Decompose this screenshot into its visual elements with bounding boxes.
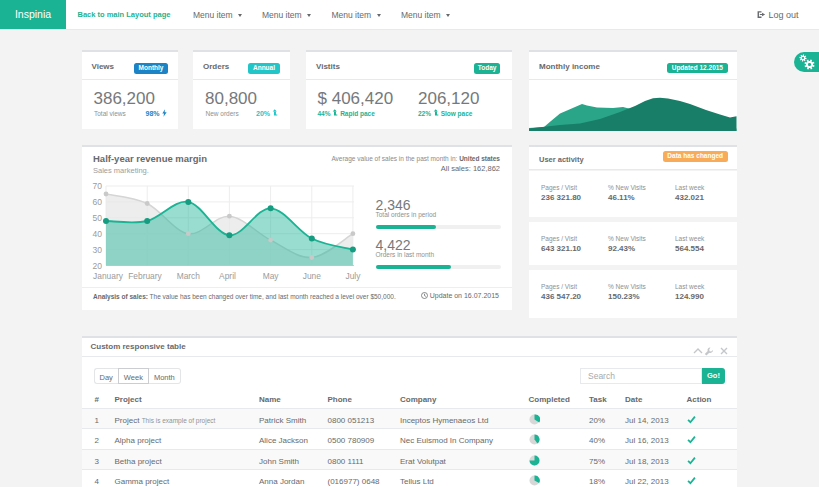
svg-text:50: 50 (92, 212, 102, 222)
svg-text:40: 40 (92, 228, 102, 238)
svg-text:April: April (219, 270, 236, 280)
svg-text:May: May (262, 270, 279, 280)
svg-text:20: 20 (92, 260, 102, 270)
svg-text:March: March (176, 270, 200, 280)
svg-text:30: 30 (92, 244, 102, 254)
svg-text:February: February (128, 270, 162, 280)
svg-text:June: June (302, 270, 321, 280)
svg-text:70: 70 (92, 181, 102, 191)
svg-text:January: January (93, 270, 124, 280)
svg-text:July: July (345, 270, 361, 280)
svg-text:60: 60 (92, 196, 102, 206)
